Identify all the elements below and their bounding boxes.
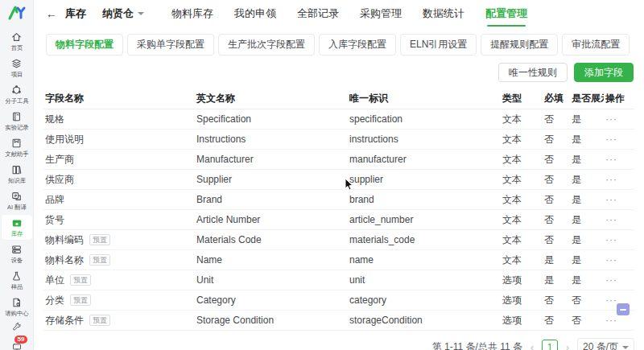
main-area: ← 库存 纳贤仓 物料库存 我的申领 全部记录 采购管理 数据统计 配置管理 物… — [34, 0, 644, 350]
sidebar-item-label: 设备 — [10, 256, 23, 264]
sidebar-item-label: 首页 — [10, 43, 23, 51]
nav-statistics[interactable]: 数据统计 — [423, 0, 464, 27]
sidebar-item-label: 分子工具 — [5, 97, 28, 105]
cell-field-name: 物料编码 预置 — [43, 233, 195, 247]
sidebar-item-inventory[interactable]: 库存 — [2, 215, 32, 240]
cell-english-name: Unit — [195, 274, 348, 286]
tab-eln-reference-settings[interactable]: ELN引用设置 — [400, 34, 477, 56]
nav-my-requests[interactable]: 我的申领 — [234, 0, 276, 27]
cell-unique-key: storageCondition — [348, 315, 501, 326]
tab-approval-flow-config[interactable]: 审批流配置 — [562, 34, 630, 56]
current-page-button[interactable]: 1 — [542, 340, 558, 350]
table-row: 分类 预置 Category category 选项 否 否 ··· — [43, 290, 634, 311]
row-actions-button[interactable]: ··· — [605, 294, 617, 306]
cell-field-name: 存储条件 预置 — [43, 314, 195, 327]
floating-widget-icon[interactable] — [617, 303, 630, 315]
sidebar-item-literature-assistant[interactable]: 文献助手 — [2, 135, 32, 160]
cell-required: 否 — [543, 133, 570, 146]
column-display: 是否展示 — [570, 92, 604, 105]
field-name-text: 货号 — [45, 213, 64, 227]
row-actions-button[interactable]: ··· — [605, 174, 617, 185]
add-field-button[interactable]: 添加字段 — [574, 63, 634, 82]
row-actions-button[interactable]: ··· — [605, 234, 617, 245]
literature-assistant-icon — [10, 138, 23, 149]
tab-material-field-config[interactable]: 物料字段配置 — [46, 34, 123, 56]
cell-type: 文本 — [501, 253, 543, 267]
column-english-name: 英文名称 — [195, 92, 348, 105]
chevron-down-icon — [138, 12, 144, 19]
cell-display: 是 — [570, 233, 604, 247]
next-page-button[interactable]: › — [564, 342, 571, 350]
row-actions-button[interactable]: ··· — [605, 214, 617, 225]
cell-display: 是 — [570, 113, 604, 126]
sidebar-item-equipment[interactable]: 设备 — [2, 241, 32, 266]
nav-purchase-management[interactable]: 采购管理 — [360, 0, 402, 27]
tab-reminder-rule-config[interactable]: 提醒规则配置 — [481, 34, 558, 56]
row-actions-button[interactable]: ··· — [605, 274, 617, 286]
cell-display: 是 — [570, 133, 604, 146]
sidebar-item-home[interactable]: 首页 — [2, 29, 32, 54]
tab-production-batch-field-config[interactable]: 生产批次字段配置 — [218, 34, 315, 56]
row-actions-button[interactable]: ··· — [605, 254, 617, 266]
tab-inbound-field-config[interactable]: 入库字段配置 — [319, 34, 396, 56]
table-body: 规格 Specification specification 文本 否 是 ··… — [43, 109, 634, 331]
sidebar-item-purchase-center[interactable]: 请购中心 — [2, 294, 32, 319]
row-actions-button[interactable]: ··· — [605, 315, 617, 326]
cell-english-name: Instructions — [195, 134, 348, 145]
cell-unique-key: unit — [348, 274, 501, 286]
sidebar-item-label: 知识库 — [7, 176, 25, 184]
field-name-text: 供应商 — [45, 173, 74, 187]
app-root: 首页 项目 分子工具 实验记录 文献助手 知识库 AI 翻译 库存 — [0, 0, 644, 350]
nav-configuration[interactable]: 配置管理 — [485, 0, 527, 27]
sidebar-item-molecule-tools[interactable]: 分子工具 — [2, 82, 32, 107]
sidebar-item-knowledge-base[interactable]: 知识库 — [2, 162, 32, 187]
pagination: 第 1-11 条/总共 11 条 ‹ 1 › 20 条/页 — [34, 331, 644, 350]
row-actions-button[interactable]: ··· — [605, 134, 617, 145]
cell-display: 是 — [570, 274, 604, 287]
sidebar-item-ai-translate[interactable]: AI 翻译 — [2, 188, 32, 213]
cell-field-name: 单位 预置 — [43, 274, 195, 287]
download-client-button[interactable]: 59 — [2, 341, 32, 350]
warehouse-selector[interactable]: 纳贤仓 — [102, 6, 144, 21]
sidebar-item-experiment-records[interactable]: 实验记录 — [2, 109, 32, 134]
cell-required: 否 — [543, 233, 570, 247]
unique-rule-button[interactable]: 唯一性规则 — [498, 63, 568, 82]
settings-tool-button[interactable] — [2, 321, 32, 336]
preset-badge: 预置 — [70, 294, 91, 306]
app-logo[interactable] — [5, 5, 29, 21]
sidebar-item-label: 实验记录 — [5, 123, 28, 131]
row-actions-button[interactable]: ··· — [605, 194, 617, 205]
cell-display: 是 — [570, 193, 604, 207]
preset-badge: 预置 — [89, 254, 110, 266]
notification-badge: 59 — [14, 336, 28, 344]
table-row: 生产商 Manufacturer manufacturer 文本 否 是 ··· — [43, 150, 634, 170]
back-button[interactable]: ← — [46, 7, 57, 20]
cell-display: 是 — [570, 153, 604, 167]
table-row: 规格 Specification specification 文本 否 是 ··… — [43, 109, 634, 130]
tab-purchase-order-field-config[interactable]: 采购单字段配置 — [127, 34, 214, 56]
equipment-icon — [10, 244, 23, 255]
prev-page-button[interactable]: ‹ — [529, 342, 535, 350]
table-row: 物料名称 预置 Name name 文本 是 是 ··· — [43, 250, 634, 270]
sidebar-item-projects[interactable]: 项目 — [2, 56, 32, 80]
column-required: 必填 — [543, 92, 570, 105]
sidebar-item-samples[interactable]: 样品 — [2, 268, 32, 293]
ai-translate-icon — [10, 191, 23, 202]
row-actions-button[interactable]: ··· — [605, 113, 617, 125]
cell-type: 文本 — [501, 233, 543, 247]
cell-type: 文本 — [501, 153, 543, 167]
nav-material-stock[interactable]: 物料库存 — [171, 0, 213, 27]
row-actions-button[interactable]: ··· — [605, 154, 617, 165]
page-size-select[interactable]: 20 条/页 — [577, 338, 634, 350]
preset-badge: 预置 — [89, 234, 110, 245]
cell-english-name: Category — [195, 294, 348, 306]
column-actions: 操作 — [604, 92, 634, 105]
nav-all-records[interactable]: 全部记录 — [297, 0, 339, 27]
cell-display: 是 — [570, 253, 604, 267]
cell-english-name: Manufacturer — [195, 154, 348, 165]
cell-required: 否 — [543, 113, 570, 126]
sidebar-item-label: 请购中心 — [5, 309, 28, 317]
table-row: 品牌 Brand brand 文本 否 是 ··· — [43, 190, 634, 210]
experiment-notebook-icon — [10, 111, 23, 122]
cell-english-name: Supplier — [195, 174, 348, 185]
